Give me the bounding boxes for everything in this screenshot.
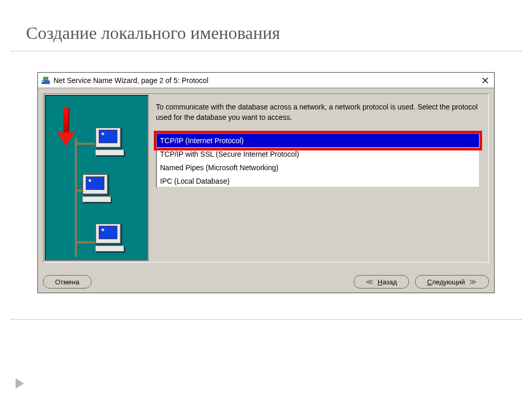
window-title: Net Service Name Wizard, page 2 of 5: Pr… bbox=[54, 76, 480, 85]
button-label: Назад bbox=[378, 278, 397, 286]
svg-rect-2 bbox=[42, 81, 44, 82]
divider-bottom bbox=[10, 319, 522, 320]
protocol-option-ssl[interactable]: TCP/IP with SSL (Secure Internet Protoco… bbox=[157, 147, 479, 161]
computer-icon bbox=[82, 174, 114, 204]
button-label: Отмена bbox=[55, 278, 79, 286]
network-line bbox=[75, 143, 96, 145]
chevron-right-icon: ≫ bbox=[469, 278, 477, 286]
computer-icon bbox=[95, 127, 127, 157]
divider-top bbox=[10, 51, 522, 51]
instructions-text: To communicate with the database across … bbox=[156, 102, 480, 122]
button-label: Следующий bbox=[427, 278, 465, 286]
wizard-graphic bbox=[45, 95, 149, 261]
wizard-window: Net Service Name Wizard, page 2 of 5: Pr… bbox=[37, 72, 495, 293]
titlebar: Net Service Name Wizard, page 2 of 5: Pr… bbox=[38, 73, 494, 88]
app-icon bbox=[41, 76, 50, 85]
next-button[interactable]: Следующий ≫ bbox=[415, 275, 489, 289]
svg-rect-1 bbox=[43, 77, 48, 80]
protocol-option-ipc[interactable]: IPC (Local Database) bbox=[157, 174, 479, 188]
back-button[interactable]: ≪ Назад bbox=[354, 275, 409, 289]
cancel-button[interactable]: Отмена bbox=[43, 275, 91, 289]
protocol-option-tcpip[interactable]: TCP/IP (Internet Protocol) bbox=[157, 134, 479, 147]
computer-icon bbox=[95, 223, 127, 253]
content-area: To communicate with the database across … bbox=[38, 88, 494, 268]
wizard-screenshot: Net Service Name Wizard, page 2 of 5: Pr… bbox=[37, 72, 495, 293]
slide-title: Создание локального именования bbox=[0, 0, 532, 51]
right-pane: To communicate with the database across … bbox=[154, 95, 487, 261]
network-line bbox=[75, 138, 77, 257]
protocol-listbox[interactable]: TCP/IP (Internet Protocol) TCP/IP with S… bbox=[156, 133, 480, 188]
protocol-option-namedpipes[interactable]: Named Pipes (Microsoft Networking) bbox=[157, 161, 479, 174]
network-line bbox=[75, 241, 96, 243]
button-row: Отмена ≪ Назад Следующий ≫ bbox=[38, 268, 494, 293]
slide-nav-arrow-icon bbox=[16, 378, 24, 389]
chevron-left-icon: ≪ bbox=[366, 278, 374, 286]
inner-panel: To communicate with the database across … bbox=[43, 93, 489, 263]
close-button[interactable] bbox=[480, 75, 491, 86]
